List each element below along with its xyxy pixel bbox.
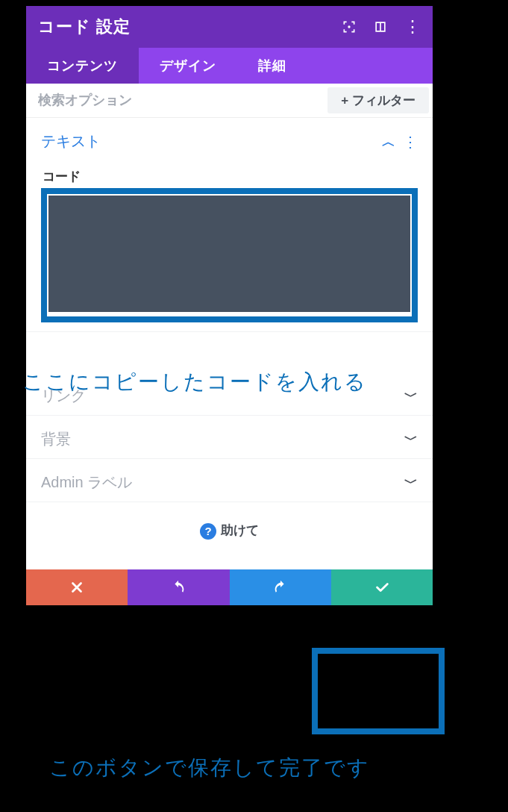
tab-design[interactable]: デザイン [139,48,237,84]
save-button[interactable] [331,569,433,605]
annotation-code: ここにコピーしたコードを入れる [22,368,367,396]
scan-icon[interactable] [342,19,357,34]
section-text-title: テキスト [41,131,382,152]
help-row[interactable]: ?助けて [26,502,433,569]
help-label: 助けて [221,523,259,537]
search-row: + フィルター [26,84,433,118]
code-input[interactable] [48,196,410,312]
code-highlight-frame [41,188,418,322]
close-button[interactable] [26,569,128,605]
section-background-title: 背景 [41,429,404,449]
section-admin: Admin ラベル ﹀ [26,459,433,502]
tab-detail[interactable]: 詳細 [237,48,307,84]
redo-button[interactable] [230,569,331,605]
redo-icon [272,579,289,596]
panel-header: コード 設定 ⋮ [26,6,433,48]
section-admin-title: Admin ラベル [41,472,404,493]
svg-point-0 [348,25,350,28]
section-text-header[interactable]: テキスト ︿ ⋮ [41,131,418,152]
section-admin-header[interactable]: Admin ラベル ﹀ [41,472,418,493]
chevron-up-icon: ︿ [382,133,395,151]
chevron-down-icon: ﹀ [404,474,418,492]
close-icon [69,579,85,596]
search-input[interactable] [26,84,324,117]
annotation-spacer [26,332,433,372]
chevron-down-icon: ﹀ [404,431,418,449]
tab-bar: コンテンツ デザイン 詳細 [26,48,433,84]
annotation-save: このボタンで保存して完了です [49,754,370,782]
code-field-label: コード [41,168,418,185]
undo-button[interactable] [128,569,229,605]
section-menu-icon[interactable]: ⋮ [403,134,418,149]
columns-icon[interactable] [373,19,388,34]
chevron-down-icon: ﹀ [404,387,418,405]
filter-button[interactable]: + フィルター [327,87,429,113]
check-icon [374,579,390,596]
section-text: テキスト ︿ ⋮ コード [26,118,433,332]
settings-panel: コード 設定 ⋮ コンテンツ デザイン 詳細 + フィルター テキスト ︿ ⋮ … [26,6,433,605]
undo-icon [170,579,186,596]
section-background: 背景 ﹀ [26,416,433,459]
header-actions: ⋮ [342,19,421,35]
panel-title: コード 設定 [38,16,342,38]
footer-actions [26,569,433,605]
tab-content[interactable]: コンテンツ [26,48,139,84]
save-highlight-frame [312,648,445,734]
help-icon: ? [200,523,216,540]
more-icon[interactable]: ⋮ [404,19,421,35]
section-background-header[interactable]: 背景 ﹀ [41,429,418,449]
